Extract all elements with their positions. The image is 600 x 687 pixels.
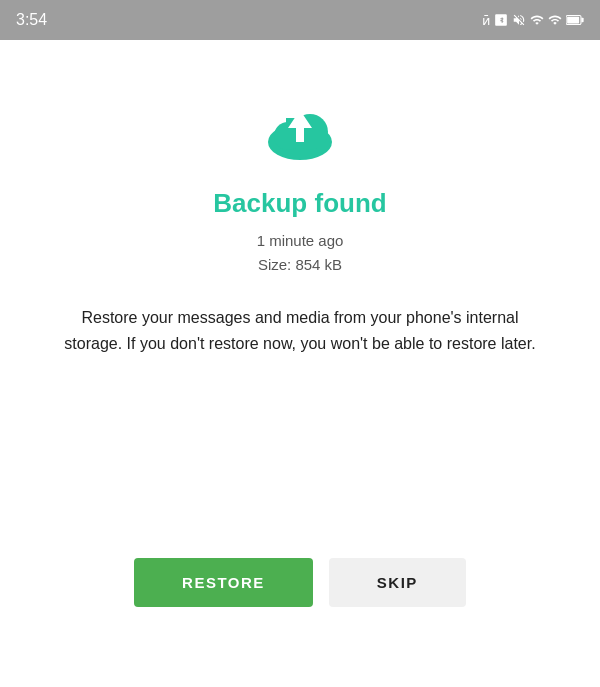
backup-description: Restore your messages and media from you… [60,305,540,356]
restore-button[interactable]: RESTORE [134,558,313,607]
cloud-upload-icon [260,100,340,168]
status-time: 3:54 [16,11,47,29]
button-area: RESTORE SKIP [40,558,560,607]
backup-title: Backup found [213,188,386,219]
mute-icon [512,13,526,27]
status-bar: 3:54 ӣ [0,0,600,40]
wifi-icon [530,13,544,27]
backup-info: 1 minute ago Size: 854 kB [257,229,344,277]
status-icons: ӣ [482,13,584,28]
backup-size: Size: 854 kB [257,253,344,277]
backup-time: 1 minute ago [257,229,344,253]
battery-icon [566,13,584,27]
signal-icon [548,13,562,27]
nfc-icon: ӣ [482,13,490,28]
nfc-icon [494,13,508,27]
main-content: Backup found 1 minute ago Size: 854 kB R… [0,40,600,687]
svg-rect-1 [567,17,579,24]
svg-rect-2 [581,18,583,23]
skip-button[interactable]: SKIP [329,558,466,607]
